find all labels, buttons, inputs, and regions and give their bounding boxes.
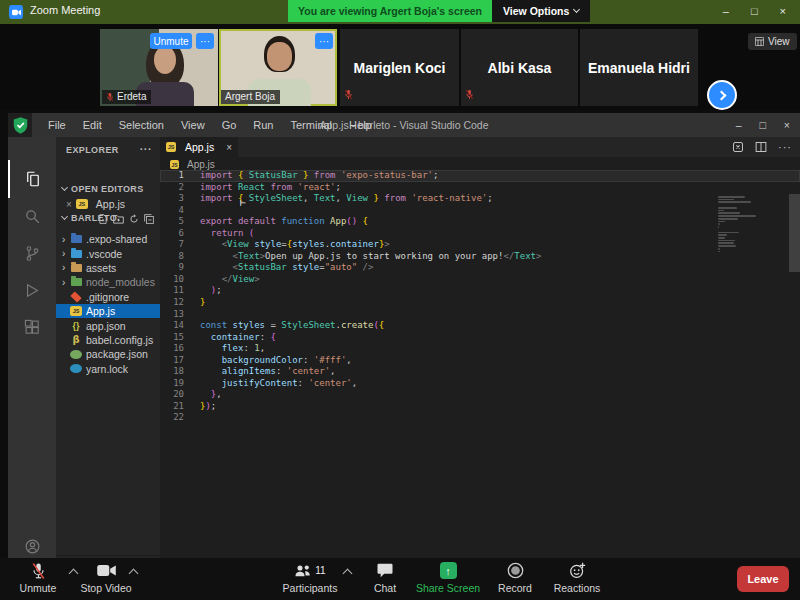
line-number: 10 [160, 274, 200, 286]
menu-file[interactable]: File [48, 119, 66, 131]
file-tree-item-package-json[interactable]: package.json [56, 347, 160, 361]
code-line-7[interactable]: 7 <View style={styles.container}> [160, 239, 800, 251]
menu-help[interactable]: Help [349, 119, 372, 131]
code-line-22[interactable]: 22 [160, 412, 800, 424]
babel-file-icon: β [70, 335, 82, 345]
leave-button[interactable]: Leave [737, 566, 789, 592]
code-line-8[interactable]: 8 <Text>Open up App.js to start working … [160, 251, 800, 263]
share-screen-button[interactable]: ↑ Share Screen [413, 561, 483, 594]
explorer-sidebar: EXPLORER ··· OPEN EDITORS × JS App.js BA… [56, 137, 160, 558]
code-line-13[interactable]: 13 [160, 309, 800, 321]
view-options-button[interactable]: View Options [492, 0, 590, 22]
line-number: 14 [160, 320, 200, 332]
menu-edit[interactable]: Edit [83, 119, 102, 131]
file-tree-item-assets[interactable]: ›assets [56, 261, 160, 275]
code-line-14[interactable]: 14const styles = StyleSheet.create({ [160, 320, 800, 332]
zoom-close-button[interactable]: × [780, 5, 786, 17]
open-changes-icon[interactable] [732, 141, 744, 153]
vscode-close-button[interactable]: × [784, 119, 790, 131]
tile-more-button[interactable]: ··· [315, 33, 333, 49]
code-line-20[interactable]: 20 }, [160, 389, 800, 401]
code-line-18[interactable]: 18 alignItems: 'center', [160, 366, 800, 378]
explorer-more-button[interactable]: ··· [140, 143, 152, 155]
mouse-ibeam-cursor: ⊢ [240, 197, 249, 208]
tile-more-button[interactable]: ··· [196, 33, 214, 49]
code-text: export default function App() { [200, 216, 368, 228]
name-tile-mariglen-koci[interactable]: Mariglen Koci [340, 29, 459, 106]
camera-icon [97, 561, 116, 580]
stop-video-button[interactable]: Stop Video [75, 561, 137, 594]
code-line-10[interactable]: 10 </View> [160, 274, 800, 286]
open-editors-section[interactable]: OPEN EDITORS [62, 184, 144, 194]
participants-button[interactable]: 11 Participants [268, 561, 352, 594]
extensions-icon[interactable] [8, 308, 56, 346]
code-line-21[interactable]: 21}); [160, 401, 800, 413]
code-line-4[interactable]: 4 [160, 205, 800, 217]
file-tree-item--gitignore[interactable]: .gitignore [56, 290, 160, 304]
code-line-15[interactable]: 15 container: { [160, 332, 800, 344]
unmute-button[interactable]: Unmute [150, 33, 192, 49]
name-tile-albi-kasa[interactable]: Albi Kasa [461, 29, 578, 106]
minimap[interactable] [718, 196, 758, 256]
chevron-right-icon: › [62, 277, 70, 288]
menu-selection[interactable]: Selection [119, 119, 164, 131]
next-participants-page-button[interactable] [707, 80, 737, 110]
more-actions-icon[interactable]: ··· [778, 141, 792, 153]
video-tile-erdeta[interactable]: Unmute ··· Erdeta [100, 29, 218, 106]
code-line-6[interactable]: 6 return ( [160, 228, 800, 240]
zoom-minimize-button[interactable]: – [723, 5, 729, 17]
code-line-19[interactable]: 19 justifyContent: 'center', [160, 378, 800, 390]
strip-view-button[interactable]: View [748, 33, 797, 50]
close-icon[interactable]: × [66, 199, 72, 210]
open-editor-app-js[interactable]: × JS App.js [66, 198, 125, 210]
zoom-maximize-button[interactable]: □ [751, 5, 758, 17]
file-tree-item--vscode[interactable]: ›.vscode [56, 246, 160, 260]
minimap-line [718, 210, 724, 212]
search-icon[interactable] [8, 197, 56, 235]
split-editor-icon[interactable] [755, 141, 767, 153]
file-tree-item--expo-shared[interactable]: ›.expo-shared [56, 232, 160, 246]
source-control-icon[interactable] [8, 234, 56, 272]
unmute-button[interactable]: Unmute [8, 561, 68, 594]
editor-area: JS App.js × ··· JS App.js 1import { Stat… [160, 137, 800, 558]
run-debug-icon[interactable] [8, 271, 56, 309]
new-folder-icon[interactable] [113, 214, 124, 224]
vscode-restore-button[interactable]: □ [760, 119, 766, 131]
minimap-line [718, 221, 725, 223]
code-line-9[interactable]: 9 <StatusBar style="auto" /> [160, 262, 800, 274]
code-line-2[interactable]: 2import React from 'react'; [160, 182, 800, 194]
chat-button[interactable]: Chat [357, 561, 413, 594]
code-line-17[interactable]: 17 backgroundColor: '#fff', [160, 355, 800, 367]
breadcrumb[interactable]: JS App.js [170, 159, 215, 170]
vscode-minimize-button[interactable]: – [736, 119, 742, 131]
code-line-11[interactable]: 11 ); [160, 285, 800, 297]
new-file-icon[interactable] [98, 214, 108, 224]
menu-view[interactable]: View [181, 119, 205, 131]
code-line-5[interactable]: 5export default function App() { [160, 216, 800, 228]
video-tile-argert-boja-active-speaker[interactable]: ··· Argert Boja [219, 29, 337, 106]
tab-close-icon[interactable]: × [226, 142, 232, 153]
tab-app-js[interactable]: JS App.js × [160, 137, 238, 157]
file-tree-item-node-modules[interactable]: ›node_modules [56, 275, 160, 289]
name-tile-emanuela-hidri[interactable]: Emanuela Hidri [580, 29, 698, 106]
record-button[interactable]: Record [487, 561, 543, 594]
collapse-all-icon[interactable] [144, 214, 154, 224]
menu-run[interactable]: Run [253, 119, 273, 131]
file-tree-item-yarn-lock[interactable]: yarn.lock [56, 362, 160, 376]
code-line-1[interactable]: 1import { StatusBar } from 'expo-status-… [160, 170, 800, 182]
reactions-button[interactable]: Reactions [545, 561, 609, 594]
menu-terminal[interactable]: Terminal [291, 119, 333, 131]
refresh-icon[interactable] [129, 214, 139, 224]
file-tree-item-babel-config-js[interactable]: βbabel.config.js [56, 333, 160, 347]
file-tree-item-app-json[interactable]: {}app.json [56, 318, 160, 332]
line-number: 2 [160, 182, 200, 194]
file-tree-item-app-js[interactable]: JSApp.js [56, 304, 160, 318]
editor-scrollbar[interactable] [789, 194, 800, 272]
code-line-12[interactable]: 12} [160, 297, 800, 309]
file-name: .vscode [86, 248, 122, 260]
code-line-3[interactable]: 3import { StyleSheet, Text, View } from … [160, 193, 800, 205]
explorer-icon[interactable] [8, 160, 56, 198]
muted-mic-icon [106, 92, 114, 102]
code-line-16[interactable]: 16 flex: 1, [160, 343, 800, 355]
menu-go[interactable]: Go [222, 119, 237, 131]
